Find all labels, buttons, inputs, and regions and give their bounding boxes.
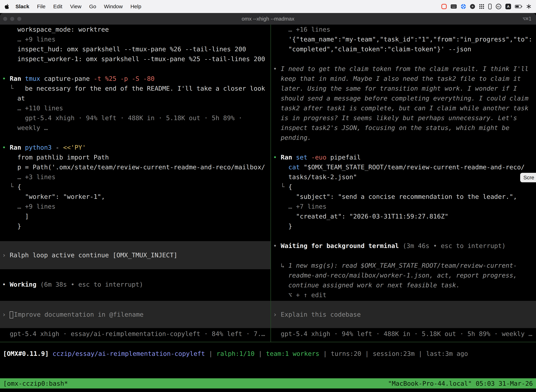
desktop: { "menubar": { "app_name": "Slack", "men… [0,0,536,392]
input-source-icon[interactable]: A [505,4,511,9]
right-terminal-pane[interactable]: … +16 lines '{"team_name":"my-team","tas… [271,25,536,342]
text-segment: └ [273,183,288,190]
tmux-host-clock: "MacBook-Pro-44.local" 05:03 31-Mar-26 [388,380,533,387]
terminal-line: … +7 lines [273,202,536,211]
minimize-button[interactable] [10,17,14,21]
text-segment: inspect_hud: omx sparkshell --tmux-pane … [2,46,246,53]
iphone-mirroring-icon[interactable] [488,4,492,9]
menu-item-help[interactable]: Help [127,0,145,13]
text-segment: session:23m [373,350,415,357]
app-circle-icon[interactable] [470,4,475,9]
close-button[interactable] [3,17,7,21]
terminal-line: ↳ 1 new msg(s): read $OMX_TEAM_STATE_ROO… [273,261,536,271]
text-segment: "subject": "send a concise recommendatio… [273,193,517,200]
left-terminal-pane[interactable]: workspace_mode: worktree … +9 lines insp… [0,25,270,342]
terminal-line: … +9 lines [2,202,270,211]
tmux-status-bar: [omx-cczip0:bash* "MacBook-Pro-44.local"… [0,378,536,388]
terminal-line: inspect task2's JSON, focusing on the st… [273,123,536,133]
text-segment: keep that in mind. Maybe I also need the… [273,75,521,82]
screenshot-notification-label: Scre [523,175,534,181]
menu-item-window[interactable]: Window [100,0,127,13]
fan-icon[interactable] [526,4,531,9]
text-segment: Explain this codebase [281,311,361,318]
text-segment: • [273,154,281,161]
text-segment: '{"team_name":"my-team","task_id":"1","f… [273,36,532,43]
text-segment: tmux [25,75,44,82]
text-segment: weekly … [2,124,48,131]
model-status-line-right: gpt-5.4 xhigh · 94% left · 488K in · 5.1… [273,329,536,339]
text-segment: team:1 workers [266,350,319,357]
terminal-line [273,251,536,261]
text-segment: … +3 lines [2,173,55,181]
text-segment: inspect_worker-1: omx sparkshell --tmux-… [2,55,265,62]
terminal-line: continue assigned work or next feasible … [273,280,536,290]
text-segment: (6m 38s • esc to interrupt) [40,281,143,288]
pinwheel-icon[interactable] [461,4,466,9]
text-segment: from pathlib import Path [2,154,109,161]
text-segment: ↳ [273,262,288,269]
text-segment: I need to get the claim token from the c… [281,65,528,72]
text-segment: { [17,183,21,190]
menu-bar-status-icons: 61 A [441,4,531,9]
battery-icon[interactable] [515,5,522,8]
screen-recording-icon[interactable] [441,4,447,9]
text-segment [273,163,288,171]
text-segment: inspect task2's JSON, focusing on the st… [273,124,509,131]
text-segment: "worker": "worker-1", [2,193,105,200]
battery-gauge-icon[interactable]: 61 [496,4,502,9]
prompt-input-left[interactable]: › Improve documentation in @filename [0,301,270,328]
terminal-line: gpt-5.4 xhigh · 94% left · 488K in · 5.1… [2,113,270,123]
window-title-bar[interactable]: omx --xhigh --madmax ⌥⌘1 [0,13,536,25]
text-segment: } [2,223,21,230]
terminal-line: ⌥ + ↑ edit [273,290,536,300]
text-segment: cczip/essay/ai-reimplementation-copyleft [53,350,205,357]
menu-item-view[interactable]: View [66,0,85,13]
active-app-menu[interactable]: Slack [12,4,33,9]
text-segment: • [273,242,281,249]
text-segment: | [361,350,373,357]
terminal-line: └ be necessary for the end of the README… [2,84,270,93]
omx-session-status-bar: [OMX#0.11.9] cczip/essay/ai-reimplementa… [3,349,468,359]
apple-menu-icon[interactable] [5,4,10,9]
text-segment: gpt-5.4 xhigh · essay/ai-reimplementatio… [2,330,265,337]
text-segment: … +9 lines [2,203,55,210]
text-segment: Working [10,281,40,288]
terminal-line: inspect_worker-1: omx sparkshell --tmux-… [2,54,270,64]
terminal-line: } [2,221,270,231]
text-segment: └ [2,85,25,92]
text-segment: gpt-5.4 xhigh · 94% left · 488K in · 5.1… [2,114,242,121]
text-segment: • [2,75,10,82]
text-segment: -euo [311,154,330,161]
text-segment: › [2,311,10,318]
menu-item-edit[interactable]: Edit [49,0,66,13]
dots-grid-icon[interactable] [479,4,484,9]
terminal-line: • Ran python3 - <<'PY' [2,143,270,152]
text-segment: … +16 lines [273,26,330,33]
keyboard-backlight-icon[interactable] [450,4,457,9]
prompt-input-right[interactable]: › Explain this codebase [271,301,536,328]
text-segment: Ran [10,75,25,82]
inject-banner: › Ralph loop active continue [OMX_TMUX_I… [0,241,270,269]
text-segment: Ralph loop active continue [OMX_TMUX_INJ… [10,252,177,259]
terminal-line: • Waiting for background terminal (3m 46… [273,241,536,251]
terminal-line [273,231,536,241]
terminal-line: at [2,93,270,103]
spacer [2,269,270,280]
terminal-line: └ { [2,182,270,192]
screenshot-notification[interactable]: Scre [520,173,536,182]
text-segment: Improve documentation in @filename [14,311,144,318]
terminal-line: … +3 lines [2,172,270,182]
terminal-line: keep that in mind. Maybe I also need the… [273,74,536,84]
menu-item-go[interactable]: Go [85,0,100,13]
working-status-line: • Working (6m 38s • esc to interrupt) [2,280,270,289]
text-segment: [OMX#0.11.9] [3,350,53,357]
terminal-line [273,143,536,152]
text-segment: Waiting for background terminal [281,242,403,249]
terminal-line: └ { [273,182,536,192]
terminal-line: weekly … [2,123,270,133]
terminal-line: is in progress? It seems likely but perh… [273,113,536,123]
terminal-window: omx --xhigh --madmax ⌥⌘1 workspace_mode:… [0,13,536,392]
menu-item-file[interactable]: File [33,0,49,13]
terminal-line: cat "$OMX_TEAM_STATE_ROOT/team/review-cu… [273,162,536,172]
zoom-button[interactable] [17,17,21,21]
